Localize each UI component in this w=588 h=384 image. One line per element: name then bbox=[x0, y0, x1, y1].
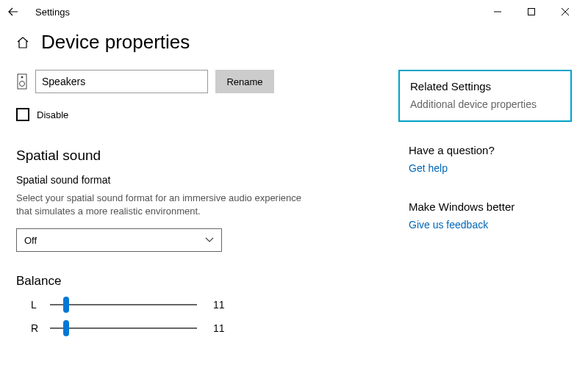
home-button[interactable] bbox=[16, 36, 29, 49]
balance-left-value: 11 bbox=[213, 299, 225, 311]
rename-button[interactable]: Rename bbox=[215, 70, 274, 93]
get-help-link[interactable]: Get help bbox=[409, 162, 572, 174]
svg-rect-0 bbox=[528, 9, 535, 15]
page-title: Device properties bbox=[41, 31, 190, 54]
balance-heading: Balance bbox=[16, 274, 398, 289]
page-header: Device properties bbox=[0, 23, 588, 70]
balance-right-slider[interactable] bbox=[50, 319, 197, 337]
app-title: Settings bbox=[35, 7, 70, 18]
dropdown-value: Off bbox=[24, 235, 37, 246]
back-button[interactable] bbox=[6, 4, 21, 19]
titlebar: Settings bbox=[0, 0, 588, 23]
spatial-format-dropdown[interactable]: Off bbox=[16, 228, 222, 252]
balance-right-value: 11 bbox=[213, 322, 225, 334]
related-settings-box: Related Settings Additional device prope… bbox=[398, 70, 572, 122]
balance-left-slider[interactable] bbox=[50, 296, 197, 314]
speaker-icon bbox=[16, 73, 28, 90]
svg-point-2 bbox=[21, 76, 24, 79]
minimize-icon bbox=[494, 8, 501, 15]
spatial-format-label: Spatial sound format bbox=[16, 174, 398, 186]
home-icon bbox=[16, 36, 29, 49]
maximize-icon bbox=[528, 8, 535, 15]
chevron-down-icon bbox=[205, 237, 214, 243]
related-settings-heading: Related Settings bbox=[410, 80, 560, 93]
main-panel: Rename Disable Spatial sound Spatial sou… bbox=[16, 70, 398, 343]
balance-left-label: L bbox=[31, 299, 41, 311]
balance-right-label: R bbox=[31, 322, 41, 334]
side-panel: Related Settings Additional device prope… bbox=[398, 70, 572, 343]
spatial-sound-heading: Spatial sound bbox=[16, 148, 398, 164]
feedback-link[interactable]: Give us feedback bbox=[409, 219, 572, 231]
question-heading: Have a question? bbox=[409, 144, 572, 156]
device-name-input[interactable] bbox=[35, 70, 208, 93]
maximize-button[interactable] bbox=[514, 1, 548, 23]
make-better-heading: Make Windows better bbox=[409, 200, 572, 213]
disable-label: Disable bbox=[37, 109, 68, 120]
svg-point-3 bbox=[20, 81, 25, 87]
close-button[interactable] bbox=[548, 1, 582, 23]
minimize-button[interactable] bbox=[481, 1, 514, 23]
disable-checkbox[interactable] bbox=[16, 108, 29, 121]
spatial-format-desc: Select your spatial sound format for an … bbox=[16, 192, 310, 218]
close-icon bbox=[562, 8, 569, 15]
back-arrow-icon bbox=[8, 7, 18, 17]
additional-properties-link[interactable]: Additional device properties bbox=[410, 98, 560, 110]
